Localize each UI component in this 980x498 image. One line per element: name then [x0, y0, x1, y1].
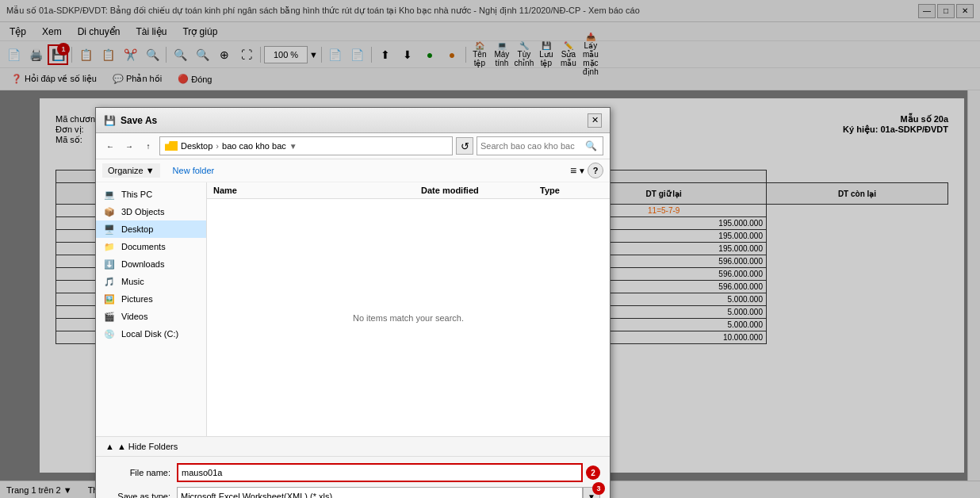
addr-folder-icon [165, 141, 178, 151]
col-header-name[interactable]: Name [213, 186, 421, 195]
savetype-badge-3: 3 [592, 482, 605, 495]
savetype-select[interactable]: Microsoft Excel Worksheet(XML) (*.xls) [177, 487, 583, 498]
save-as-dialog: 💾 Save As ✕ ← → ↑ Desktop › bao cao kho … [95, 107, 611, 498]
filename-row: File name: 2 [105, 463, 600, 482]
nav-item-pictures[interactable]: 🖼️ Pictures [96, 290, 206, 308]
filename-badge-2: 2 [586, 465, 600, 480]
col-header-date[interactable]: Date modified [421, 186, 540, 195]
nav-label-thispc: This PC [121, 190, 152, 199]
nav-label-desktop: Desktop [121, 224, 153, 234]
pictures-icon: 🖼️ [102, 293, 117, 305]
nav-label-pictures: Pictures [121, 294, 153, 304]
col-header-type[interactable]: Type [540, 186, 603, 195]
empty-message: No items match your search. [353, 313, 464, 323]
hide-folders-button[interactable]: ▲ ▲ Hide Folders [96, 436, 610, 456]
dialog-title-area: 💾 Save As [104, 115, 157, 126]
nav-label-videos: Videos [121, 312, 147, 321]
desktop-icon: 🖥️ [102, 224, 117, 235]
nav-item-localdisk[interactable]: 💿 Local Disk (C:) [96, 325, 206, 343]
dialog-address-bar: ← → ↑ Desktop › bao cao kho bac ▼ ↺ 🔍 [96, 133, 610, 159]
nav-item-desktop[interactable]: 🖥️ Desktop [96, 220, 206, 238]
new-folder-button[interactable]: New folder [167, 164, 221, 177]
dialog-form: File name: 2 Save as type: Microsoft Exc… [96, 456, 610, 498]
nav-label-documents: Documents [121, 242, 166, 251]
hide-folders-label: ▲ Hide Folders [117, 442, 178, 451]
nav-label-3dobjects: 3D Objects [121, 207, 164, 216]
nav-label-music: Music [121, 277, 144, 286]
view-icon[interactable]: ≡ [570, 164, 576, 177]
addr-back-button[interactable]: ← [102, 138, 118, 154]
address-path[interactable]: Desktop › bao cao kho bac ▼ [159, 136, 453, 155]
dialog-titlebar: 💾 Save As ✕ [96, 108, 610, 133]
addr-dropdown-icon[interactable]: ▼ [289, 142, 297, 151]
nav-item-downloads[interactable]: ⬇️ Downloads [96, 255, 206, 273]
pc-icon: 💻 [102, 189, 117, 200]
savetype-row: Save as type: Microsoft Excel Worksheet(… [105, 487, 600, 498]
dialog-toolbar: Organize ▼ New folder ≡ ▼ ? [96, 159, 610, 182]
addr-desktop: Desktop [181, 141, 212, 151]
documents-icon: 📁 [102, 241, 117, 252]
view-controls: ≡ ▼ ? [570, 163, 603, 178]
addr-refresh-button[interactable]: ↺ [456, 137, 473, 155]
dialog-title-text: Save As [121, 115, 157, 126]
dialog-close-button[interactable]: ✕ [588, 113, 602, 128]
music-icon: 🎵 [102, 276, 117, 287]
search-input[interactable] [480, 141, 584, 151]
hide-folders-icon: ▲ [105, 442, 114, 451]
nav-item-music[interactable]: 🎵 Music [96, 273, 206, 290]
filename-label: File name: [105, 468, 177, 477]
addr-separator: › [216, 141, 219, 151]
downloads-icon: ⬇️ [102, 259, 117, 270]
search-icon: 🔍 [585, 140, 597, 151]
file-list-header: Name Date modified Type [207, 182, 610, 199]
app-window: Mẫu số 01a-SDKP/ĐVDT: Bảng đối chiếu dự … [0, 0, 980, 498]
filename-input[interactable] [177, 463, 583, 482]
nav-item-documents[interactable]: 📁 Documents [96, 238, 206, 255]
organize-button[interactable]: Organize ▼ [102, 163, 160, 178]
nav-pane: 💻 This PC 📦 3D Objects 🖥️ Desktop 📁 Docu… [96, 182, 207, 436]
savetype-label: Save as type: [105, 492, 177, 498]
addr-subfolder: bao cao kho bac [222, 141, 286, 151]
dialog-overlay: 💾 Save As ✕ ← → ↑ Desktop › bao cao kho … [0, 0, 980, 498]
3d-icon: 📦 [102, 206, 117, 217]
file-pane: Name Date modified Type No items match y… [207, 182, 610, 436]
nav-item-videos[interactable]: 🎬 Videos [96, 308, 206, 325]
file-list-empty: No items match your search. [207, 199, 610, 436]
videos-icon: 🎬 [102, 311, 117, 322]
dialog-body: 💻 This PC 📦 3D Objects 🖥️ Desktop 📁 Docu… [96, 182, 610, 436]
nav-label-localdisk: Local Disk (C:) [121, 329, 178, 339]
nav-label-downloads: Downloads [121, 259, 164, 269]
disk-icon: 💿 [102, 328, 117, 339]
nav-item-thispc[interactable]: 💻 This PC [96, 186, 206, 203]
search-box: 🔍 [477, 136, 603, 155]
addr-up-button[interactable]: ↑ [140, 138, 156, 154]
save-icon: 💾 [104, 115, 116, 126]
help-button[interactable]: ? [588, 163, 603, 178]
addr-forward-button[interactable]: → [121, 138, 137, 154]
view-dropdown-icon[interactable]: ▼ [578, 167, 586, 175]
nav-item-3dobjects[interactable]: 📦 3D Objects [96, 203, 206, 220]
